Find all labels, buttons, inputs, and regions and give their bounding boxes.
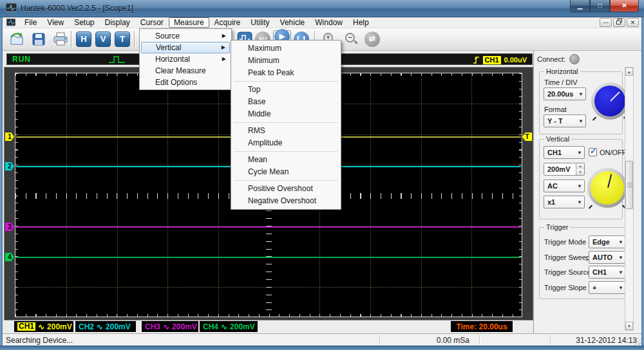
- print-icon: [53, 32, 68, 46]
- trigger-sweep-label: Trigger Sweep: [544, 253, 590, 261]
- grip-icon: [627, 183, 632, 188]
- minimize-button[interactable]: ▁: [570, 0, 590, 12]
- trigger-sweep-value: AUTO: [589, 253, 616, 261]
- trigger-panel-button[interactable]: T: [113, 30, 131, 48]
- volts-knob[interactable]: [587, 168, 627, 208]
- print-button[interactable]: [52, 30, 70, 48]
- ch2-info[interactable]: CH2 ∿ 200mV: [75, 321, 136, 332]
- timebase-knob[interactable]: [591, 82, 629, 120]
- v-icon: V: [95, 32, 111, 47]
- trigger-slope-value: +: [589, 284, 616, 291]
- submenu-item-maximum[interactable]: Maximum: [232, 42, 339, 55]
- trigger-source-select[interactable]: CH1 ▼: [589, 266, 626, 279]
- connect-led: [569, 54, 580, 64]
- ch1-volts: 200mV: [47, 322, 72, 331]
- connect-label: Connect:: [537, 55, 565, 63]
- submenu-item-minimum[interactable]: Minimum: [232, 55, 339, 67]
- menu-window[interactable]: Window: [310, 17, 348, 28]
- menu-display[interactable]: Display: [100, 17, 135, 28]
- channel-info-bar: CH1 ∿ 200mV CH2 ∿ 200mV CH3 ∿ 200mV CH4 …: [3, 321, 532, 333]
- submenu-item-cycle-mean[interactable]: Cycle Mean: [232, 166, 339, 178]
- mdi-close-button[interactable]: ✕: [627, 18, 639, 27]
- ch3-position-marker[interactable]: 3: [5, 223, 14, 231]
- submenu-arrow-icon: ▶: [222, 53, 226, 65]
- open-icon: [9, 32, 24, 47]
- zoom-out-button[interactable]: −: [343, 30, 361, 48]
- ch1-position-marker[interactable]: 1: [5, 133, 14, 141]
- submenu-item-rms[interactable]: RMS: [232, 125, 339, 137]
- format-select[interactable]: Y - T ▼: [544, 115, 586, 127]
- menu-vehicle[interactable]: Vehicle: [275, 17, 310, 28]
- menu-help[interactable]: Help: [348, 17, 374, 28]
- scrollbar-thumb[interactable]: [625, 161, 633, 209]
- menu-file[interactable]: File: [19, 17, 42, 28]
- submenu-item-mean[interactable]: Mean: [232, 154, 339, 166]
- status-bar: Searching Device... 0.00 mSa 31-12-2012 …: [3, 333, 641, 345]
- format-value: Y - T: [544, 117, 576, 125]
- menu-item-horizontal[interactable]: Horizontal ▶: [141, 53, 230, 65]
- vertical-panel-button[interactable]: V: [94, 30, 112, 48]
- menu-view[interactable]: View: [42, 17, 69, 28]
- volts-div-spinner[interactable]: 200mV ▲▼: [544, 163, 585, 176]
- trigger-level-marker[interactable]: T: [522, 133, 532, 141]
- scroll-up-icon[interactable]: ▲: [625, 68, 633, 76]
- trigger-slope-select[interactable]: + ▼: [589, 281, 626, 294]
- submenu-item-middle[interactable]: Middle: [232, 108, 339, 120]
- submenu-item-amplitude[interactable]: Amplitude: [232, 137, 339, 149]
- panel-scrollbar[interactable]: ▲ ▼: [625, 67, 634, 331]
- resize-grip-icon[interactable]: [633, 337, 641, 345]
- trigger-readout: CH1 0.00uV: [473, 55, 527, 65]
- knob-tick: [589, 205, 592, 208]
- channel-select[interactable]: CH1 ▼: [544, 146, 585, 159]
- window-title: Hantek-6000 Ver2.2.5 - [Scope1]: [21, 4, 133, 13]
- status-separator: [479, 335, 480, 345]
- probe-select[interactable]: x1 ▼: [544, 196, 585, 208]
- trigger-mode-select[interactable]: Edge ▼: [589, 235, 626, 248]
- submenu-item-positive-overshoot[interactable]: Positive Overshoot: [232, 183, 339, 195]
- open-button[interactable]: [8, 30, 26, 48]
- scroll-down-icon[interactable]: ▼: [625, 322, 633, 330]
- menu-item-label: Edit Options: [155, 78, 197, 87]
- ch2-label: CH2: [79, 322, 94, 331]
- ch3-info[interactable]: CH3 ∿ 200mV: [142, 321, 198, 332]
- save-button[interactable]: [30, 30, 48, 48]
- spinner-buttons[interactable]: ▲▼: [576, 163, 584, 175]
- mdi-minimize-button[interactable]: —: [600, 18, 612, 27]
- close-button[interactable]: ✕: [610, 0, 639, 12]
- menu-cursor[interactable]: Cursor: [135, 17, 169, 28]
- maximize-button[interactable]: □: [590, 0, 610, 12]
- ch4-info[interactable]: CH4 ∿ 200mV: [200, 321, 258, 332]
- refresh-button[interactable]: ⇄: [363, 30, 381, 48]
- menu-utility[interactable]: Utility: [245, 17, 274, 28]
- menu-item-edit-options[interactable]: Edit Options: [141, 77, 230, 88]
- submenu-item-base[interactable]: Base: [232, 96, 339, 108]
- vertical-legend: Vertical: [544, 135, 571, 143]
- submenu-item-peak-to-peak[interactable]: Peak to Peak: [232, 67, 339, 79]
- menu-item-vertical[interactable]: Vertical ▶: [141, 42, 230, 53]
- mdi-restore-button[interactable]: [613, 18, 625, 27]
- menu-item-clear-measure[interactable]: Clear Measure: [141, 65, 230, 77]
- submenu-item-top[interactable]: Top: [232, 84, 339, 96]
- submenu-item-negative-overshoot[interactable]: Negative Overshoot: [232, 195, 339, 207]
- ch1-info[interactable]: CH1 ∿ 200mV: [14, 321, 73, 332]
- horizontal-panel-button[interactable]: H: [75, 30, 93, 48]
- volts-div-value: 200mV: [544, 165, 576, 173]
- onoff-checkbox[interactable]: ✓: [589, 148, 597, 156]
- menu-measure[interactable]: Measure: [169, 17, 209, 28]
- time-div-select[interactable]: 20.00us ▼: [544, 88, 586, 100]
- ch2-position-marker[interactable]: 2: [5, 162, 14, 170]
- menu-setup[interactable]: Setup: [69, 17, 99, 28]
- ch2-volts: 200mV: [106, 322, 131, 331]
- spin-up-icon[interactable]: ▲: [576, 163, 584, 169]
- trigger-sweep-select[interactable]: AUTO ▼: [589, 251, 626, 264]
- menu-item-source[interactable]: Source ▶: [141, 30, 230, 42]
- spin-down-icon[interactable]: ▼: [576, 169, 584, 175]
- status-separator: [379, 335, 380, 345]
- mdi-window-controls: — ✕: [600, 18, 639, 27]
- menu-acquire[interactable]: Acquire: [209, 17, 246, 28]
- coupling-select[interactable]: AC ▼: [544, 180, 585, 192]
- ch4-position-marker[interactable]: 4: [5, 253, 14, 261]
- h-icon: H: [76, 32, 91, 47]
- coupling-value: AC: [544, 182, 575, 190]
- timebase-readout: Time: 20.00us: [451, 321, 513, 332]
